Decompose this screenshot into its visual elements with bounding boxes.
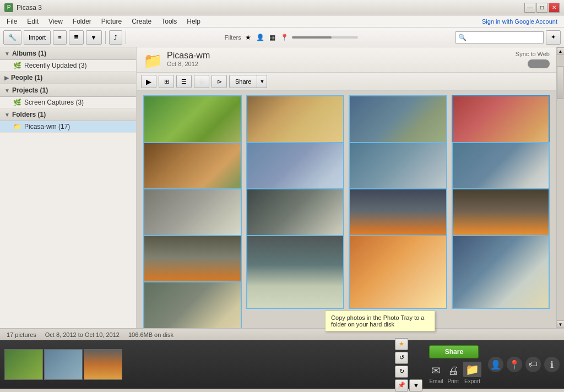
tray-share-button[interactable]: Share bbox=[429, 345, 479, 358]
photo-toolbar: ▶ ⊞ ☰ ☆ ⊳ Share ▼ bbox=[137, 73, 556, 91]
share-btn-group: Share ▼ bbox=[229, 75, 267, 88]
print-icon: 🖨 bbox=[448, 364, 459, 377]
export-action[interactable]: 📁 Export bbox=[463, 362, 481, 384]
photo-thumb-15[interactable] bbox=[349, 235, 447, 309]
albums-expand-icon: ▼ bbox=[4, 51, 10, 57]
folder-info: 📁 Picasa-wm Oct 8, 2012 bbox=[143, 51, 210, 70]
nav-icon-3: ▼ bbox=[91, 34, 97, 41]
screen-captures-label: Screen Captures (3) bbox=[24, 99, 84, 106]
date-range: Oct 8, 2012 to Oct 10, 2012 bbox=[45, 331, 120, 338]
menu-file[interactable]: File bbox=[2, 17, 21, 26]
action-button[interactable]: ⤴ bbox=[109, 30, 122, 45]
menu-edit[interactable]: Edit bbox=[23, 17, 43, 26]
tray-right-icons: 👤 📍 🏷 ℹ bbox=[488, 357, 560, 372]
photo-count: 17 pictures bbox=[7, 331, 36, 338]
tray-location-icon[interactable]: 📍 bbox=[507, 357, 522, 372]
recently-updated-label: Recently Updated (3) bbox=[24, 62, 86, 69]
nav-button-2[interactable]: ≣ bbox=[69, 30, 84, 45]
tray-photo-3[interactable] bbox=[84, 349, 122, 380]
scroll-track[interactable] bbox=[557, 55, 564, 320]
location-filter-icon[interactable]: 📍 bbox=[280, 32, 290, 42]
sidebar-section-albums[interactable]: ▼ Albums (1) bbox=[0, 47, 136, 60]
share-dropdown-button[interactable]: ▼ bbox=[257, 75, 267, 88]
tooltip-text: Copy photos in the Photo Tray to a folde… bbox=[331, 314, 424, 328]
sync-web-section: Sync to Web bbox=[516, 51, 550, 68]
bottom-tray: ★ ↺ ↻ 📌 ▼ Share ✉ Email 🖨 Print 📁 Export bbox=[0, 340, 564, 389]
print-action[interactable]: 🖨 Print bbox=[447, 364, 459, 384]
tray-photo-1[interactable] bbox=[4, 349, 43, 380]
menu-items: File Edit View Folder Picture Create Too… bbox=[2, 17, 205, 26]
detail-view-button[interactable]: ☰ bbox=[176, 75, 192, 88]
people-label: People (1) bbox=[11, 74, 42, 81]
nav-button-1[interactable]: ≡ bbox=[53, 30, 66, 45]
right-scrollbar[interactable]: ▲ ▼ bbox=[556, 47, 564, 328]
edit-button[interactable]: ⊳ bbox=[212, 75, 227, 88]
photo-thumb-16[interactable] bbox=[452, 235, 550, 309]
sidebar-section-folders[interactable]: ▼ Folders (1) bbox=[0, 108, 136, 121]
photo-thumb-17[interactable] bbox=[143, 281, 242, 328]
sidebar-section-people[interactable]: ▶ People (1) bbox=[0, 72, 136, 84]
tray-info-icon[interactable]: ℹ bbox=[544, 357, 560, 372]
leaf-icon: 🌿 bbox=[13, 62, 22, 69]
scroll-up-button[interactable]: ▲ bbox=[557, 47, 565, 55]
sidebar-item-picasa-wm[interactable]: 📁 Picasa-wm (17) bbox=[0, 121, 136, 133]
sync-toggle[interactable] bbox=[528, 59, 550, 68]
folder-name: Picasa-wm bbox=[167, 51, 210, 61]
import-button[interactable]: Import bbox=[24, 30, 51, 45]
filter-slider[interactable] bbox=[292, 36, 358, 39]
tray-tag-icon[interactable]: 🏷 bbox=[525, 357, 541, 372]
close-button[interactable]: ✕ bbox=[549, 3, 560, 13]
filters-label: Filters bbox=[225, 34, 241, 41]
search-icon: 🔍 bbox=[458, 34, 467, 41]
tray-star-button[interactable]: ★ bbox=[395, 338, 408, 350]
menu-create[interactable]: Create bbox=[127, 17, 156, 26]
email-action[interactable]: ✉ Email bbox=[429, 364, 443, 384]
scroll-down-button[interactable]: ▼ bbox=[557, 320, 565, 328]
menu-help[interactable]: Help bbox=[182, 17, 205, 26]
star-filter-icon[interactable]: ★ bbox=[243, 32, 253, 42]
web-button[interactable]: ✦ bbox=[546, 30, 561, 45]
print-label: Print bbox=[447, 378, 459, 384]
share-button[interactable]: Share bbox=[229, 75, 257, 88]
grid-view-button[interactable]: ⊞ bbox=[159, 75, 174, 88]
scroll-thumb[interactable] bbox=[557, 66, 563, 99]
search-input[interactable] bbox=[469, 34, 545, 41]
title-bar-controls[interactable]: — □ ✕ bbox=[524, 3, 560, 13]
minimize-button[interactable]: — bbox=[524, 3, 535, 13]
menu-picture[interactable]: Picture bbox=[97, 17, 126, 26]
toolbar-sep-1 bbox=[105, 31, 106, 44]
tray-dropdown-button[interactable]: ▼ bbox=[409, 379, 422, 391]
sidebar-item-recently-updated[interactable]: 🌿 Recently Updated (3) bbox=[0, 60, 136, 72]
sidebar-section-projects[interactable]: ▼ Projects (1) bbox=[0, 84, 136, 97]
menu-view[interactable]: View bbox=[44, 17, 67, 26]
web-icon: ✦ bbox=[551, 34, 556, 41]
sign-in-link[interactable]: Sign in with Google Account bbox=[482, 18, 562, 25]
star-button[interactable]: ☆ bbox=[194, 75, 209, 88]
tray-pin-button[interactable]: 📌 bbox=[395, 379, 408, 391]
picasa-wm-label: Picasa-wm (17) bbox=[24, 123, 70, 130]
tray-rotate-left-button[interactable]: ↺ bbox=[395, 352, 408, 364]
menu-tools[interactable]: Tools bbox=[157, 17, 181, 26]
tray-rotate-right-button[interactable]: ↻ bbox=[395, 366, 408, 378]
maximize-button[interactable]: □ bbox=[536, 3, 547, 13]
grid-filter-icon[interactable]: ▦ bbox=[268, 32, 278, 42]
play-button[interactable]: ▶ bbox=[141, 75, 156, 88]
action-icon-row: ✉ Email 🖨 Print 📁 Export bbox=[429, 362, 481, 384]
folder-date: Oct 8, 2012 bbox=[167, 61, 210, 67]
projects-label: Projects (1) bbox=[12, 86, 48, 94]
nav-button-3[interactable]: ▼ bbox=[86, 30, 102, 45]
menu-folder[interactable]: Folder bbox=[68, 17, 96, 26]
back-button[interactable]: 🔧 bbox=[3, 30, 21, 45]
action-icon: ⤴ bbox=[114, 34, 117, 41]
title-bar-left: P Picasa 3 bbox=[4, 3, 42, 12]
sync-label: Sync to Web bbox=[516, 51, 550, 57]
photo-thumb-14[interactable] bbox=[246, 235, 345, 309]
sidebar-item-screen-captures[interactable]: 🌿 Screen Captures (3) bbox=[0, 97, 136, 108]
title-bar: P Picasa 3 — □ ✕ bbox=[0, 0, 564, 15]
tray-photo-2[interactable] bbox=[44, 349, 83, 380]
search-box[interactable]: 🔍 bbox=[455, 31, 544, 43]
tray-person-icon[interactable]: 👤 bbox=[488, 357, 503, 372]
folder-large-icon: 📁 bbox=[143, 52, 162, 70]
person-filter-icon[interactable]: 👤 bbox=[256, 32, 265, 42]
nav-icon-2: ≣ bbox=[74, 34, 79, 41]
